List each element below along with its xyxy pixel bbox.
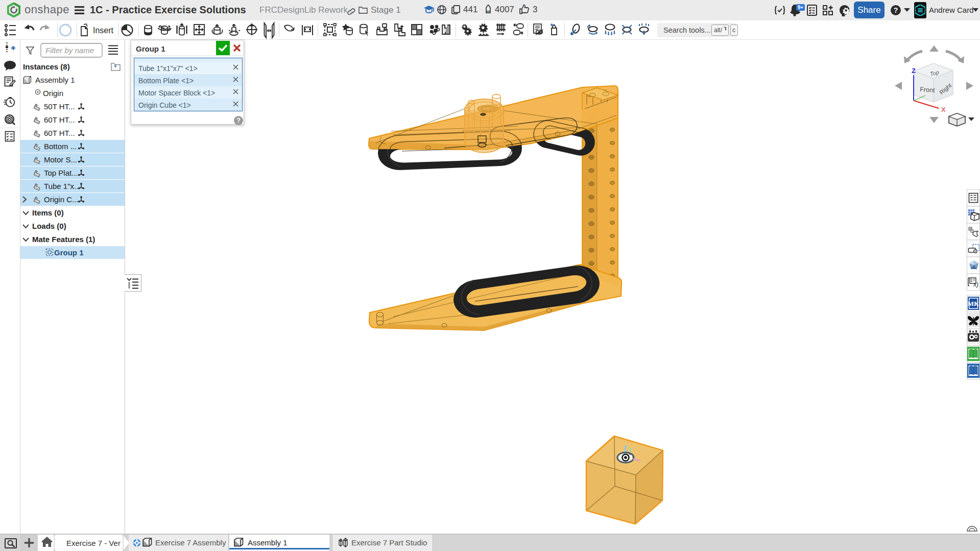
svg-text:c: c: [732, 27, 735, 34]
svg-text:x): x): [973, 281, 978, 288]
svg-text:?: ?: [894, 6, 898, 14]
svg-text:Exercise 7 - Ver: Exercise 7 - Ver: [66, 539, 121, 547]
svg-text:Items (0): Items (0): [32, 208, 64, 217]
svg-text:Loads (0): Loads (0): [32, 222, 66, 230]
svg-text:Top Plat...: Top Plat...: [44, 169, 78, 177]
svg-text:Mate Features (1): Mate Features (1): [32, 235, 95, 244]
svg-text:Bottom ...: Bottom ...: [44, 142, 77, 151]
svg-text:Filter by name: Filter by name: [45, 46, 94, 55]
svg-text:Origin C...: Origin C...: [44, 195, 79, 204]
svg-text:Tube 1"x...: Tube 1"x...: [44, 182, 80, 190]
svg-text:Origin: Origin: [43, 89, 63, 98]
svg-text:60T HT...: 60T HT...: [44, 129, 75, 137]
svg-text:Assembly 1: Assembly 1: [35, 76, 75, 84]
svg-text:Front: Front: [920, 86, 936, 94]
svg-text:9+: 9+: [798, 5, 804, 10]
svg-text:Z: Z: [912, 67, 916, 75]
svg-text:X: X: [941, 106, 946, 113]
svg-text:Search tools...: Search tools...: [663, 26, 711, 34]
svg-text:50T HT...: 50T HT...: [44, 102, 75, 111]
svg-text:Group 1: Group 1: [54, 248, 84, 257]
svg-text:60T HT...: 60T HT...: [44, 115, 75, 124]
svg-text:Instances (8): Instances (8): [23, 62, 70, 71]
svg-text:alt/: alt/: [714, 27, 723, 34]
svg-text:Insert: Insert: [93, 26, 114, 35]
svg-text:Motor S...: Motor S...: [44, 155, 77, 164]
svg-text:MK: MK: [968, 300, 979, 307]
